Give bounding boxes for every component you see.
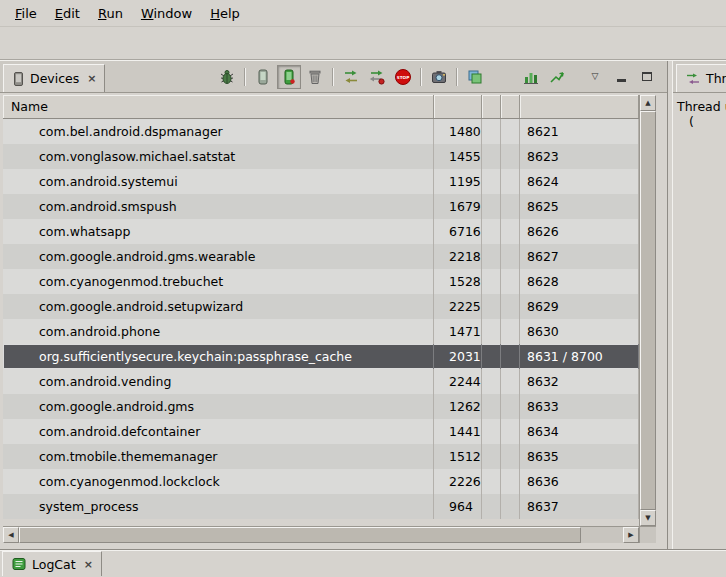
menu-item[interactable]: Help <box>201 1 249 26</box>
table-header: Name <box>3 95 639 119</box>
process-col4 <box>501 194 520 219</box>
process-row[interactable]: com.android.vending 22440 8632 <box>3 369 639 394</box>
vertical-scroll-thumb[interactable] <box>640 111 656 510</box>
process-pid: 6716 <box>434 219 482 244</box>
process-pid: 20311 <box>434 344 482 369</box>
process-row[interactable]: com.cyanogenmod.trebuchet 1528 8628 <box>3 269 639 294</box>
debug-process-icon[interactable] <box>215 65 239 89</box>
process-col3 <box>482 144 501 169</box>
column-header-pid[interactable] <box>434 95 482 118</box>
process-row[interactable]: com.vonglasow.michael.satstat 14553 8623 <box>3 144 639 169</box>
process-port: 8626 <box>520 219 639 244</box>
scroll-up-button[interactable]: ▲ <box>640 95 656 111</box>
process-col3 <box>482 419 501 444</box>
process-col3 <box>482 369 501 394</box>
tab-threads-label: Threads <box>706 71 726 86</box>
menu-item[interactable]: File <box>6 1 46 26</box>
method-profiling-icon[interactable] <box>365 65 389 89</box>
process-row[interactable]: com.google.android.gms 12623 8633 <box>3 394 639 419</box>
update-threads-icon[interactable] <box>339 65 363 89</box>
horizontal-scrollbar[interactable]: ◀ ▶ <box>3 526 639 543</box>
process-row[interactable]: com.bel.android.dspmanager 1480 8621 <box>3 119 639 144</box>
process-row[interactable]: system_process 964 8637 <box>3 494 639 519</box>
cause-gc-trash-icon[interactable] <box>303 65 327 89</box>
scroll-right-button[interactable]: ▶ <box>623 527 639 543</box>
threads-message-line2: ( <box>677 114 726 129</box>
process-pid: 1471 <box>434 319 482 344</box>
process-pid: 12623 <box>434 394 482 419</box>
process-col4 <box>501 494 520 519</box>
column-header-4[interactable] <box>501 95 520 118</box>
network-graph-icon[interactable] <box>545 65 569 89</box>
main-toolbar <box>0 27 726 60</box>
maximize-icon[interactable] <box>635 65 659 89</box>
logcat-bar: LogCat × <box>0 549 726 576</box>
process-pid: 1195 <box>434 169 482 194</box>
process-name: com.google.android.gms <box>3 394 434 419</box>
process-col3 <box>482 169 501 194</box>
threads-message: Thread up ( <box>673 93 726 129</box>
process-port: 8628 <box>520 269 639 294</box>
scroll-up-arrow-icon: ▲ <box>645 100 650 107</box>
close-icon[interactable]: × <box>84 558 93 571</box>
process-row[interactable]: com.android.systemui 1195 8624 <box>3 169 639 194</box>
menu-item[interactable]: Edit <box>46 1 89 26</box>
menu-item[interactable]: Run <box>89 1 132 26</box>
threads-message-line1: Thread up <box>677 99 726 114</box>
ui-hierarchy-icon[interactable] <box>463 65 487 89</box>
process-pid: 14411 <box>434 419 482 444</box>
process-port: 8629 <box>520 294 639 319</box>
process-name: com.vonglasow.michael.satstat <box>3 144 434 169</box>
process-col4 <box>501 319 520 344</box>
minimize-icon[interactable] <box>609 65 633 89</box>
process-col4 <box>501 169 520 194</box>
process-col3 <box>482 294 501 319</box>
process-port: 8630 <box>520 319 639 344</box>
process-port: 8632 <box>520 369 639 394</box>
process-row[interactable]: com.google.android.setupwizard 22250 862… <box>3 294 639 319</box>
scroll-right-arrow-icon: ▶ <box>628 532 633 539</box>
process-name: com.android.smspush <box>3 194 434 219</box>
process-name: com.cyanogenmod.lockclock <box>3 469 434 494</box>
stop-process-icon[interactable]: STOP <box>391 65 415 89</box>
horizontal-scroll-thumb[interactable] <box>19 527 581 543</box>
tab-threads[interactable]: Threads <box>676 64 726 92</box>
view-menu-chevron-icon[interactable]: ▽ <box>583 65 607 89</box>
dump-hprof-icon[interactable] <box>277 65 301 89</box>
vertical-scrollbar[interactable]: ▲ ▼ <box>639 95 656 526</box>
process-col4 <box>501 244 520 269</box>
screen-capture-camera-icon[interactable] <box>427 65 451 89</box>
process-name: com.google.android.setupwizard <box>3 294 434 319</box>
process-port: 8625 <box>520 194 639 219</box>
process-col4 <box>501 369 520 394</box>
process-row[interactable]: com.google.android.gms.wearable 22185 86… <box>3 244 639 269</box>
scroll-down-button[interactable]: ▼ <box>640 510 656 526</box>
process-row[interactable]: com.cyanogenmod.lockclock 22265 8636 <box>3 469 639 494</box>
tab-logcat[interactable]: LogCat × <box>2 551 102 576</box>
tab-devices[interactable]: Devices × <box>3 64 105 92</box>
vertical-scroll-track[interactable] <box>640 111 656 510</box>
process-col3 <box>482 444 501 469</box>
process-row[interactable]: org.sufficientlysecure.keychain:passphra… <box>3 344 639 369</box>
process-port: 8621 <box>520 119 639 144</box>
column-header-port[interactable] <box>520 95 639 118</box>
process-row[interactable]: com.android.phone 1471 8630 <box>3 319 639 344</box>
scrollbar-corner <box>639 526 656 543</box>
horizontal-scroll-track[interactable] <box>19 527 623 543</box>
process-col4 <box>501 269 520 294</box>
process-name: org.sufficientlysecure.keychain:passphra… <box>3 344 434 369</box>
menu-item[interactable]: Window <box>132 1 201 26</box>
column-header-name[interactable]: Name <box>3 95 434 118</box>
process-name: com.bel.android.dspmanager <box>3 119 434 144</box>
update-heap-icon[interactable] <box>251 65 275 89</box>
column-header-3[interactable] <box>482 95 501 118</box>
tab-logcat-label: LogCat <box>32 557 76 572</box>
sysinfo-chart-icon[interactable] <box>519 65 543 89</box>
process-row[interactable]: com.android.defcontainer 14411 8634 <box>3 419 639 444</box>
close-icon[interactable]: × <box>87 72 96 85</box>
process-row[interactable]: com.android.smspush 1679 8625 <box>3 194 639 219</box>
process-row[interactable]: com.tmobile.thememanager 1512 8635 <box>3 444 639 469</box>
process-pid: 1512 <box>434 444 482 469</box>
process-row[interactable]: com.whatsapp 6716 8626 <box>3 219 639 244</box>
scroll-left-button[interactable]: ◀ <box>3 527 19 543</box>
